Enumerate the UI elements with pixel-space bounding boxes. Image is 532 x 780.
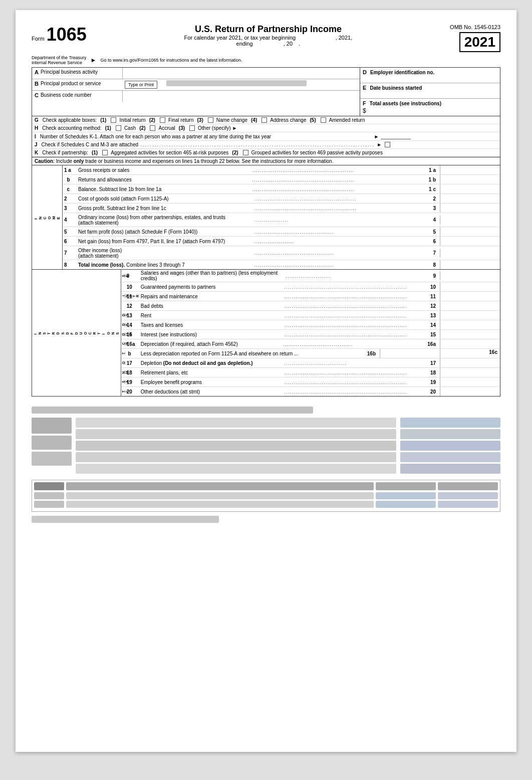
row-G-desc: Check applicable boxes: bbox=[43, 117, 97, 123]
row-14: DF 14 Taxes and licenses ...............… bbox=[121, 320, 500, 330]
form-title-block: U.S. Return of Partnership Income For ca… bbox=[87, 24, 450, 47]
checkbox-J[interactable] bbox=[385, 142, 390, 147]
income-rows: 1 a Gross receipts or sales ............… bbox=[63, 165, 500, 269]
form-title: U.S. Return of Partnership Income bbox=[87, 24, 450, 35]
row-11: INSTR 11 Repairs and maintenance .......… bbox=[121, 292, 500, 301]
right-fields: D Employer identification no. E Date bus… bbox=[360, 68, 500, 116]
income-section: INCOME 1 a Gross receipts or sales .....… bbox=[32, 165, 500, 270]
checkbox-G1[interactable] bbox=[111, 117, 116, 123]
arrow-icon: ► bbox=[91, 57, 97, 64]
amount-1a[interactable] bbox=[440, 165, 500, 174]
df-label-14: DF bbox=[121, 323, 125, 326]
caution-text2: trade or business income and expenses on… bbox=[84, 158, 333, 164]
cr-label-16: CR bbox=[121, 342, 125, 345]
amount-9[interactable] bbox=[440, 271, 500, 280]
row-J-desc: Check if Schedules C and M-3 are attache… bbox=[42, 142, 138, 147]
bottom-table bbox=[32, 480, 500, 512]
bt-h4 bbox=[438, 482, 498, 490]
amount-7[interactable] bbox=[440, 249, 500, 258]
amount-5[interactable] bbox=[440, 227, 500, 236]
amount-6[interactable] bbox=[440, 237, 500, 246]
field-C-value[interactable] bbox=[122, 91, 360, 102]
bt-r2c3 bbox=[376, 501, 436, 508]
field-B-value[interactable] bbox=[164, 79, 360, 90]
omb-section: OMB No. 1545-0123 2021 bbox=[450, 24, 500, 52]
checkbox-H1[interactable] bbox=[116, 125, 121, 131]
checkbox-K2[interactable] bbox=[243, 150, 248, 155]
amount-1c[interactable] bbox=[440, 184, 500, 193]
row-6: 6 Net gain (loss) from Form 4797, Part I… bbox=[63, 237, 500, 246]
subtitle-line1: For calendar year 2021, or tax year begi… bbox=[184, 35, 296, 41]
caution-bold: only bbox=[74, 158, 84, 164]
row-19: SA 19 Employee benefit programs ........… bbox=[121, 377, 500, 387]
row-I-input[interactable] bbox=[381, 133, 411, 139]
amount-18[interactable] bbox=[440, 368, 500, 377]
row-7: 7 Other income (loss)(attach statement) … bbox=[63, 246, 500, 260]
dollar-sign: $ bbox=[363, 107, 366, 114]
amount-17[interactable] bbox=[440, 358, 500, 367]
amount-14[interactable] bbox=[440, 320, 500, 329]
row-H-desc: Check accounting method: bbox=[42, 125, 101, 131]
row-K: K Check if partnership: (1) Aggregated a… bbox=[32, 149, 500, 157]
dept-name: Department of the Treasury bbox=[32, 55, 87, 60]
field-B-row: B Principal product or service Type or P… bbox=[32, 79, 360, 91]
subtitle-dot: . bbox=[299, 41, 300, 47]
amount-2[interactable] bbox=[440, 194, 500, 203]
amount-10[interactable] bbox=[440, 282, 500, 291]
row-3: 3 Gross profit. Subtract line 2 from lin… bbox=[63, 204, 500, 213]
checkbox-G2[interactable] bbox=[160, 117, 165, 123]
bt-r1c1 bbox=[34, 492, 64, 499]
dept-row: Department of the Treasury Internal Reve… bbox=[32, 55, 500, 65]
bottom-table-row1 bbox=[34, 492, 498, 499]
checkbox-H2[interactable] bbox=[150, 125, 155, 131]
subtitle-20: , 20 bbox=[284, 41, 293, 47]
bt-r1c4 bbox=[438, 492, 498, 499]
year-box: 2021 bbox=[459, 32, 500, 52]
amount-4[interactable] bbox=[440, 216, 500, 225]
amount-3[interactable] bbox=[440, 204, 500, 213]
amount-8[interactable] bbox=[440, 260, 500, 269]
amount-20[interactable] bbox=[440, 387, 500, 396]
field-A-value[interactable] bbox=[122, 68, 360, 79]
amount-13[interactable] bbox=[440, 311, 500, 320]
in-label-11: INSTR bbox=[121, 294, 125, 298]
row-8: 8 Total income (loss). Combine lines 3 t… bbox=[63, 260, 500, 269]
amount-1b[interactable] bbox=[440, 175, 500, 184]
blurred-table-area bbox=[32, 418, 500, 474]
field-A-label: A Principal business activity bbox=[32, 68, 122, 79]
amount-16a[interactable] bbox=[440, 339, 500, 348]
t-label-16b: T bbox=[121, 352, 125, 355]
amount-11[interactable] bbox=[440, 292, 500, 301]
row-1b: b Returns and allowances ...............… bbox=[63, 175, 500, 184]
amount-12[interactable] bbox=[440, 301, 500, 310]
bt-r2c4 bbox=[438, 501, 498, 508]
amount-15[interactable] bbox=[440, 330, 500, 339]
row-I: I Number of Schedules K-1. Attach one fo… bbox=[32, 132, 500, 141]
o-label-17: O bbox=[121, 361, 125, 364]
row-16b: T b Less depreciation reported on Form 1… bbox=[121, 349, 500, 358]
row-17: O 17 Depletion (Do not deduct oil and ga… bbox=[121, 358, 500, 368]
subtitle-comma1: , 2021, bbox=[336, 35, 353, 41]
omb-label: OMB No. 1545-0123 bbox=[450, 24, 500, 30]
checkbox-H3[interactable] bbox=[189, 125, 195, 131]
field-E-value[interactable] bbox=[363, 91, 497, 97]
checkbox-G4[interactable] bbox=[261, 117, 267, 123]
field-C-row: C Business code number bbox=[32, 91, 360, 102]
checkbox-K1[interactable] bbox=[102, 150, 108, 155]
se-label-9: SE bbox=[121, 274, 125, 278]
amount-16b[interactable] bbox=[380, 349, 440, 358]
bt-h2 bbox=[66, 482, 374, 490]
amount-19[interactable] bbox=[440, 377, 500, 386]
bt-h3 bbox=[376, 482, 436, 490]
field-D-value[interactable] bbox=[363, 75, 497, 81]
row-1c: c Balance. Subtract line 1b from line 1a… bbox=[63, 184, 500, 194]
row-16a: CR 16a Depreciation (if required, attach… bbox=[121, 339, 500, 349]
row-2: 2 Cost of goods sold (attach Form 1125-A… bbox=[63, 194, 500, 204]
field-F-value[interactable] bbox=[368, 108, 497, 114]
row-4: 4 Ordinary income (loss) from other part… bbox=[63, 213, 500, 227]
amount-16c[interactable]: 16c bbox=[440, 349, 500, 358]
checkbox-G3[interactable] bbox=[208, 117, 213, 123]
form-page: Form 1065 U.S. Return of Partnership Inc… bbox=[16, 10, 516, 752]
checkbox-G5[interactable] bbox=[321, 117, 326, 123]
row-15: DUO 15 Interest (see instructions) .....… bbox=[121, 330, 500, 339]
